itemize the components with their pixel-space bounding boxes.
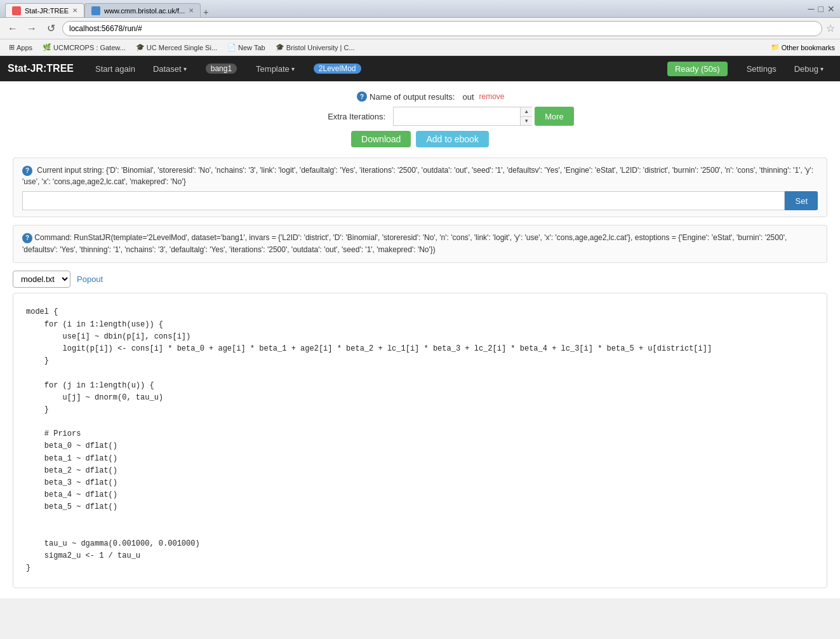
app-brand: Stat-JR:TREE: [8, 63, 74, 74]
output-value: out: [462, 92, 474, 102]
tab-favicon-statjr: [12, 6, 21, 15]
command-box: ? Command: RunStatJR(template='2LevelMod…: [13, 225, 827, 263]
nav-item-settings[interactable]: Settings: [738, 56, 785, 81]
bookmark-apps[interactable]: ⊞ Apps: [5, 42, 36, 53]
spinner-buttons: ▲ ▼: [520, 107, 532, 126]
code-content: model { for (i in 1:length(use)) { use[i…: [26, 306, 814, 574]
output-file-select[interactable]: model.txt: [13, 271, 70, 288]
bookmarks-bar: ⊞ Apps 🌿 UCMCROPS : Gatew... 🎓 UC Merced…: [0, 39, 840, 56]
bookmark-bristol[interactable]: 🎓 Bristol University | C...: [272, 42, 359, 53]
dataset-caret-icon: ▾: [183, 65, 187, 72]
nav-right: Ready (50s) Settings Debug ▾: [667, 56, 832, 81]
output-name-label: ? Name of output results:: [335, 91, 462, 102]
debug-caret-icon: ▾: [820, 65, 823, 72]
spinner-input-group: ▲ ▼: [393, 107, 532, 126]
bookmark-newtab[interactable]: 📄 New Tab: [223, 42, 269, 53]
nav-item-debug[interactable]: Debug ▾: [785, 56, 832, 81]
input-string-help-icon[interactable]: ?: [22, 166, 32, 176]
spinner-down-button[interactable]: ▼: [521, 116, 532, 126]
output-help-icon[interactable]: ?: [357, 91, 367, 102]
spinner-up-button[interactable]: ▲: [521, 107, 532, 116]
maximize-button[interactable]: □: [818, 4, 823, 14]
more-button[interactable]: More: [535, 107, 574, 126]
bookmark-icon-1: 🌿: [43, 43, 51, 51]
forward-button[interactable]: →: [24, 21, 39, 36]
template-caret-icon: ▾: [291, 65, 295, 72]
nav-badge-bang1[interactable]: bang1: [196, 56, 247, 81]
tab-cmm[interactable]: www.cmm.bristol.ac.uk/f... ✕: [84, 3, 201, 17]
set-input[interactable]: [22, 191, 785, 210]
action-buttons-row: Download Add to ebook: [13, 131, 827, 147]
close-button[interactable]: ✕: [827, 4, 835, 14]
minimize-button[interactable]: ─: [808, 4, 815, 14]
popout-link[interactable]: Popout: [77, 274, 103, 284]
nav-item-dataset[interactable]: Dataset ▾: [144, 56, 196, 81]
folder-icon: 📁: [771, 43, 780, 51]
extra-iter-row: Extra Iterations: ▲ ▼ More: [13, 107, 827, 126]
output-selector-row: model.txt Popout: [13, 271, 827, 288]
set-row: Set: [22, 191, 818, 210]
tab-close-statjr[interactable]: ✕: [72, 7, 77, 14]
tab-favicon-cmm: [91, 6, 100, 15]
command-text: Command: RunStatJR(template='2LevelMod',…: [22, 233, 787, 254]
nav-badge-2levelmod[interactable]: 2LevelMod: [303, 56, 371, 81]
output-name-row: ? Name of output results: out remove: [13, 91, 827, 102]
set-button[interactable]: Set: [785, 191, 818, 210]
other-bookmarks[interactable]: 📁 Other bookmarks: [771, 43, 835, 51]
bookmark-icon-4: 🎓: [276, 43, 284, 51]
browser-tabs: Stat-JR:TREE ✕ www.cmm.bristol.ac.uk/f..…: [5, 0, 208, 17]
tab-label-cmm: www.cmm.bristol.ac.uk/f...: [104, 7, 185, 15]
main-content: ? Name of output results: out remove Ext…: [0, 81, 840, 598]
new-tab-button[interactable]: +: [203, 7, 208, 17]
bookmark-ucmerced[interactable]: 🎓 UC Merced Single Si...: [132, 42, 221, 53]
star-icon[interactable]: ☆: [826, 22, 835, 34]
tab-label-statjr: Stat-JR:TREE: [25, 7, 69, 15]
extra-iter-label: Extra Iterations:: [266, 112, 393, 121]
reload-button[interactable]: ↺: [43, 21, 58, 36]
extra-iter-input[interactable]: [393, 107, 520, 126]
bookmark-icon-2: 🎓: [136, 43, 145, 51]
nav-item-template[interactable]: Template ▾: [247, 56, 303, 81]
command-help-icon[interactable]: ?: [22, 233, 32, 243]
browser-titlebar: Stat-JR:TREE ✕ www.cmm.bristol.ac.uk/f..…: [0, 0, 840, 18]
input-string-box: ? Current input string: {'D': 'Binomial'…: [13, 158, 827, 217]
tab-close-cmm[interactable]: ✕: [189, 7, 194, 14]
remove-link[interactable]: remove: [479, 92, 505, 101]
code-display-container: model { for (i in 1:length(use)) { use[i…: [13, 293, 827, 588]
bookmark-ucmcrops[interactable]: 🌿 UCMCROPS : Gatew...: [39, 42, 130, 53]
bookmark-icon-3: 📄: [227, 43, 236, 51]
input-string-text: Current input string: {'D': 'Binomial', …: [22, 166, 813, 186]
ready-badge: Ready (50s): [667, 62, 728, 76]
apps-icon: ⊞: [9, 43, 15, 51]
app-navbar: Stat-JR:TREE Start again Dataset ▾ bang1…: [0, 56, 840, 81]
download-button[interactable]: Download: [351, 131, 411, 147]
browser-toolbar: ← → ↺ ☆: [0, 18, 840, 39]
nav-item-start-again[interactable]: Start again: [86, 56, 144, 81]
address-bar[interactable]: [62, 21, 822, 36]
back-button[interactable]: ←: [5, 21, 20, 36]
tab-statjr[interactable]: Stat-JR:TREE ✕: [5, 3, 84, 17]
add-to-ebook-button[interactable]: Add to ebook: [416, 131, 489, 147]
